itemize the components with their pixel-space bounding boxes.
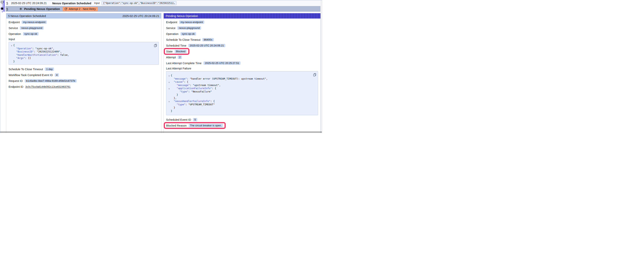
attempt-retry-label: Attempt 2 · Next Retry [68, 8, 96, 11]
detail-cards: 5 Nexus Operation Scheduled 2025-02-25 U… [6, 13, 321, 133]
field-label: Service [166, 27, 176, 30]
collapse-chevron-icon[interactable]: ∨ [168, 74, 171, 78]
field-value-chip: 2025-02-25 UTC 20:24:09.21 [188, 44, 225, 47]
field-attempt: Attempt 2 [166, 55, 182, 59]
collapse-chevron-icon[interactable]: ∨ [168, 81, 171, 84]
field-label: Request ID [8, 79, 23, 83]
pending-operation-card: Pending Nexus Operation Endpoint my-nexu… [164, 13, 321, 133]
event-detail-card: 5 Nexus Operation Scheduled 2025-02-25 U… [6, 13, 162, 133]
gutter-spacer [168, 84, 171, 87]
blocked-reason-value-chip: The circuit breaker is open. [189, 124, 223, 127]
event-input-label: Input [94, 2, 100, 5]
field-operation: Operation sync-op-ok [8, 32, 38, 36]
endpoint-id-link[interactable]: 3c0c75ccfa8144b092c13ce632463761 [25, 85, 70, 88]
field-label: Endpoint ID [8, 85, 24, 88]
code-line: } [10, 60, 153, 63]
gutter-spacer [168, 94, 171, 97]
timeline-marker-open-icon[interactable] [1, 1, 3, 3]
field-label: Attempt [166, 56, 176, 59]
collapse-chevron-icon[interactable]: ∨ [168, 100, 171, 103]
event-detail-card-time: 2025-02-25 UTC 20:24:09.21 [122, 15, 159, 18]
field-label: Schedule To Close Timeout [8, 68, 43, 71]
gutter-spacer [10, 57, 13, 60]
field-label: Workflow Task Completed Event ID [8, 74, 53, 77]
event-input-preview-chip[interactable]: {"Operation":"sync-op-ok","BusinessID":"… [102, 1, 176, 5]
bottom-divider [0, 132, 322, 132]
input-json-viewer: ∨{ "Operation": "sync-op-ok", "BusinessI… [8, 42, 159, 65]
copy-button[interactable] [154, 44, 157, 47]
code-line: ∨ "cause": { [168, 80, 312, 84]
event-detail-card-title: 5 Nexus Operation Scheduled [8, 15, 46, 18]
field-state: State Blocked [166, 49, 187, 54]
field-request-id: Request ID b1c6a4bc-8ee7-468a-9169-df3b0… [8, 79, 76, 83]
gutter-spacer [168, 97, 171, 100]
field-value-chip: 5 [193, 118, 197, 121]
code-line: "Operation": "sync-op-ok", [10, 47, 153, 50]
field-value-chip: 4 [55, 73, 59, 77]
failure-json-viewer: ∨{ "message": "handler error (UPSTREAM_T… [166, 71, 318, 115]
field-service: Service nexus-playground [166, 26, 201, 30]
pending-operation-card-title: Pending Nexus Operation [166, 15, 198, 18]
gutter-spacer [168, 78, 171, 81]
gutter-spacer [168, 110, 171, 113]
attempt-retry-badge[interactable]: Attempt 2 · Next Retry [62, 7, 98, 11]
event-row-nexus-operation-scheduled[interactable]: 5 2025-02-25 UTC 20:24:09.21 Nexus Opera… [6, 0, 320, 6]
collapse-chevron-icon[interactable]: ∨ [168, 87, 171, 91]
code-line: "HandlerWaitForCancellation": false, [10, 54, 153, 57]
field-label: Last Attempt Complete Time [166, 62, 202, 65]
code-line: "message": "handler error (UPSTREAM_TIME… [168, 77, 312, 81]
field-value-chip: nexus-playground [177, 26, 201, 30]
field-service: Service nexus-playground [8, 26, 44, 30]
gutter-spacer [168, 91, 171, 94]
field-last-attempt-complete-time: Last Attempt Complete Time 2025-02-25 UT… [166, 61, 240, 65]
code-line: ∨ "nexusHandlerFailureInfo": { [168, 100, 312, 103]
field-value-chip: 86400s [202, 38, 214, 41]
event-title: Nexus Operation Scheduled [52, 2, 91, 5]
field-label: Schedule To Close Timeout [166, 38, 200, 41]
copy-icon [154, 44, 157, 47]
code-line: "type": "NexusFailure" [168, 90, 312, 93]
field-label: State [166, 50, 173, 53]
field-label: Service [8, 27, 18, 30]
event-timestamp: 2025-02-25 UTC 20:24:09.21 [11, 2, 46, 5]
field-value-chip: my-nexus-endpoint [179, 21, 204, 24]
last-attempt-failure-label: Last Attempt Failure [166, 67, 318, 70]
code-line: ∨ "applicationFailureInfo": { [168, 87, 312, 90]
copy-button[interactable] [313, 73, 316, 76]
field-label: Operation [166, 32, 178, 36]
code-line: "type": "UPSTREAM_TIMEOUT" [168, 103, 312, 106]
field-value-chip: 2025-02-25 UTC 20:25:27.51 [204, 61, 240, 65]
event-row-pending-nexus-operation[interactable]: 5 Pending Nexus Operation Attempt 2 · Ne… [6, 6, 320, 12]
state-value-chip: Blocked [175, 50, 187, 53]
field-value-chip: sync-op-ok [23, 32, 38, 36]
field-value-chip: my-nexus-endpoint [22, 21, 47, 24]
retry-icon [64, 8, 67, 10]
timeline-marker-current-icon[interactable] [1, 8, 3, 10]
event-id-link[interactable]: 5 [6, 2, 8, 5]
field-value-chip: b1c6a4bc-8ee7-468a-9169-df3b02c8737b [25, 79, 76, 83]
field-label: Endpoint [166, 21, 177, 24]
asterisk-icon [19, 8, 22, 10]
copy-icon [313, 73, 316, 76]
code-line: "message": "upstream timeout", [168, 84, 312, 87]
gutter-spacer [10, 47, 13, 51]
code-line: ∨{ [10, 44, 153, 47]
field-schedule-to-close-timeout: Schedule To Close Timeout 1 day [8, 67, 54, 71]
gutter-spacer [10, 51, 13, 54]
code-line: } [168, 106, 312, 109]
collapse-chevron-icon[interactable]: ∨ [10, 44, 13, 47]
code-line: "BusinessID": "20250225122409", [10, 50, 153, 54]
gutter-spacer [10, 54, 13, 57]
gutter-spacer [168, 107, 171, 110]
code-line: "Args": [] [10, 57, 153, 60]
timeline-selection-bar [4, 1, 4, 12]
scroll-edge[interactable] [321, 0, 322, 133]
gutter-spacer [168, 103, 171, 107]
field-label: Scheduled Time [166, 44, 186, 47]
code-line: } [168, 109, 312, 113]
field-value-chip: 1 day [45, 68, 54, 71]
pending-id-link[interactable]: 5 [6, 8, 8, 11]
field-label: Blocked Reason [166, 124, 187, 127]
input-section-label: Input [8, 38, 159, 41]
field-scheduled-event-id: Scheduled Event ID 5 [166, 118, 197, 122]
